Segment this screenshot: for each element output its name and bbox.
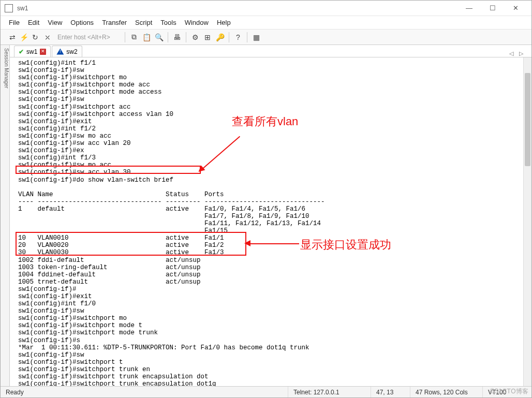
tab-warning-icon: !: [56, 49, 64, 55]
toolbar-sep-4: [229, 32, 229, 42]
menu-help[interactable]: Help: [217, 19, 231, 26]
key-icon[interactable]: 🔑: [214, 32, 226, 43]
reconnect-icon[interactable]: ↻: [29, 32, 41, 43]
menu-window[interactable]: Window: [185, 19, 209, 26]
tab-close-icon[interactable]: ✕: [40, 49, 46, 55]
tab-connected-icon: ✔: [19, 48, 24, 55]
statusbar: Ready Telnet: 127.0.0.1 47, 13 47 Rows, …: [1, 386, 531, 397]
scrollbar-thumb[interactable]: [525, 73, 530, 166]
terminal[interactable]: sw1(config)#int f1/1 sw1(config-if)#sw s…: [10, 57, 523, 386]
menu-options[interactable]: Options: [70, 19, 94, 26]
toolbar-sep-3: [186, 32, 186, 42]
close-button[interactable]: ✕: [504, 1, 527, 16]
main-area: Session Manager ✔ sw1 ✕ ! sw2 ◁ ▷ sw1(co…: [1, 45, 531, 386]
tab-sw1[interactable]: ✔ sw1 ✕: [14, 46, 51, 57]
paste-icon[interactable]: 📋: [141, 32, 152, 43]
toolbar-sep-1: [125, 32, 125, 42]
tab-nav-arrows[interactable]: ◁ ▷: [509, 50, 527, 57]
status-cursor: 47, 13: [371, 387, 410, 397]
disconnect-icon[interactable]: ⤫: [42, 32, 53, 43]
menu-script[interactable]: Script: [135, 19, 152, 26]
status-resize-grip[interactable]: [519, 387, 531, 397]
grid-icon[interactable]: ▦: [250, 32, 262, 43]
tab-sw2[interactable]: ! sw2: [52, 46, 82, 57]
status-connection: Telnet: 127.0.0.1: [288, 387, 371, 397]
tab-strip: ✔ sw1 ✕ ! sw2 ◁ ▷: [10, 45, 531, 57]
session-sidebar[interactable]: Session Manager: [1, 45, 10, 386]
status-term: VT100: [483, 387, 519, 397]
tab-label: sw2: [66, 48, 77, 55]
quick-connect-icon[interactable]: ⚡: [19, 32, 28, 43]
window-buttons: — ☐ ✕: [457, 1, 527, 16]
toolbar: ⇄ ⚡ ↻ ⤫ Enter host <Alt+R> ⧉ 📋 🔍 🖶 ⚙ ⊞ 🔑…: [1, 30, 531, 45]
menu-edit[interactable]: Edit: [28, 19, 39, 26]
menu-file[interactable]: File: [9, 19, 20, 26]
terminal-scrollbar[interactable]: [523, 57, 531, 386]
print-icon[interactable]: 🖶: [171, 32, 183, 43]
minimize-button[interactable]: —: [457, 1, 481, 16]
title-bar: sw1 — ☐ ✕: [1, 1, 531, 16]
status-ready: Ready: [1, 387, 288, 397]
tab-label: sw1: [26, 48, 37, 55]
menu-tools[interactable]: Tools: [160, 19, 176, 26]
work-area: ✔ sw1 ✕ ! sw2 ◁ ▷ sw1(config)#int f1/1 s…: [10, 45, 531, 386]
connect-icon[interactable]: ⇄: [7, 32, 18, 43]
menubar: File Edit View Options Transfer Script T…: [1, 16, 531, 30]
menu-view[interactable]: View: [48, 19, 62, 26]
window-title: sw1: [17, 5, 457, 12]
settings-icon[interactable]: ⚙: [189, 32, 201, 43]
terminal-wrap: sw1(config)#int f1/1 sw1(config-if)#sw s…: [10, 57, 531, 386]
find-icon[interactable]: 🔍: [153, 32, 165, 43]
toolbar-sep-2: [168, 32, 168, 42]
status-size: 47 Rows, 120 Cols: [410, 387, 483, 397]
app-window: sw1 — ☐ ✕ File Edit View Options Transfe…: [0, 0, 532, 398]
host-input[interactable]: Enter host <Alt+R>: [54, 34, 122, 41]
help-icon[interactable]: ?: [232, 32, 244, 43]
maximize-button[interactable]: ☐: [481, 1, 504, 16]
menu-transfer[interactable]: Transfer: [102, 19, 127, 26]
toolbar-sep-5: [247, 32, 247, 42]
copy-icon[interactable]: ⧉: [128, 32, 140, 43]
new-tab-icon[interactable]: ⊞: [202, 32, 213, 43]
app-icon: [5, 4, 13, 12]
